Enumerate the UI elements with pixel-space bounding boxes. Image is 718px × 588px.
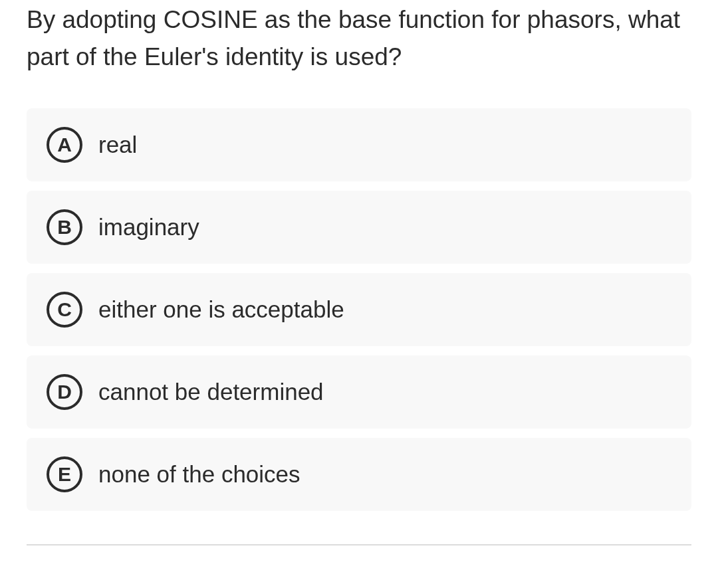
option-text: none of the choices [98,461,300,488]
option-a[interactable]: A real [27,108,691,181]
option-text: imaginary [98,214,199,241]
divider [27,544,691,545]
question-text: By adopting COSINE as the base function … [27,0,691,75]
options-list: A real B imaginary C either one is accep… [27,108,691,511]
option-letter-badge: D [47,374,82,410]
option-c[interactable]: C either one is acceptable [27,273,691,346]
option-letter-badge: E [47,456,82,492]
option-b[interactable]: B imaginary [27,191,691,264]
option-letter-badge: A [47,127,82,163]
option-letter-badge: C [47,292,82,328]
option-text: either one is acceptable [98,296,344,323]
option-text: real [98,132,137,158]
option-d[interactable]: D cannot be determined [27,355,691,429]
option-e[interactable]: E none of the choices [27,438,691,511]
option-text: cannot be determined [98,379,324,405]
option-letter-badge: B [47,209,82,245]
